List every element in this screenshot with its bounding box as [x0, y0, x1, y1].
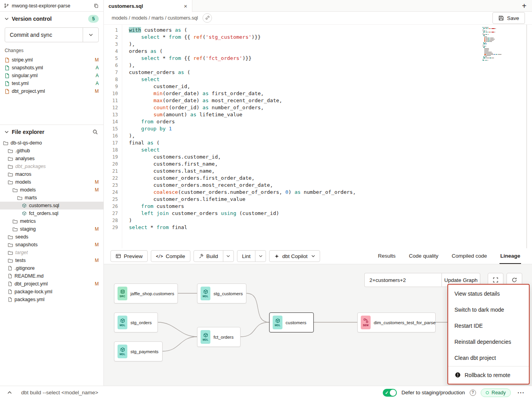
file-tree-item[interactable]: tests M	[0, 256, 103, 264]
minimap[interactable]	[483, 27, 505, 61]
context-menu-item[interactable]: View status details	[448, 285, 529, 302]
file-tree-item[interactable]: analyses	[0, 155, 103, 162]
file-tree-item[interactable]: dbt_project.yml M	[0, 280, 103, 288]
results-panel-tab[interactable]: Code quality	[408, 248, 439, 264]
node-type-label: SEM	[363, 324, 369, 327]
new-tab-button[interactable]: +	[522, 2, 527, 10]
file-tree-item[interactable]: dbt_packages	[0, 162, 103, 170]
file-tree-item[interactable]: marts	[0, 194, 103, 202]
file-tree-label: analyses	[15, 156, 99, 161]
file-explorer-header[interactable]: File explorer	[0, 125, 103, 139]
context-menu-item[interactable]: Clean dbt project	[448, 350, 529, 366]
file-tree-item[interactable]: db-sl-qs-demo	[0, 139, 103, 147]
source-icon	[120, 289, 125, 294]
file-tree-item[interactable]: metrics	[0, 217, 103, 225]
editor-scrollbar[interactable]	[527, 25, 527, 248]
node-type-label: SRC	[119, 295, 125, 298]
context-menu-item[interactable]: Switch to dark mode	[448, 302, 529, 318]
file-tree-item[interactable]: snapshots M	[0, 241, 103, 249]
file-tree-item[interactable]: macros	[0, 170, 103, 178]
changed-file-row[interactable]: test.yml A	[0, 79, 103, 87]
toolbar-button[interactable]: Lint	[237, 251, 255, 262]
node-type-label: MDL	[203, 338, 208, 341]
file-tree-item[interactable]: package-lock.yml	[0, 288, 103, 296]
file-tree-label: marts	[25, 195, 99, 200]
more-options-button[interactable]: ⋯	[516, 389, 527, 396]
commit-button-label: Commit and sync	[5, 28, 83, 42]
code-editor[interactable]: 1234567891011121314151617181920212223242…	[104, 25, 532, 248]
version-control-header[interactable]: Version control 5	[0, 12, 103, 26]
context-menu-item[interactable]: Restart IDE	[448, 318, 529, 334]
editor-tab-bar: customers.sql × +	[104, 0, 532, 12]
lineage-node[interactable]: MDL stg_customers	[197, 283, 246, 303]
toolbar-button[interactable]: </> Compile	[151, 251, 190, 262]
node-name: fct_orders	[214, 335, 233, 339]
editor-tab[interactable]: customers.sql ×	[104, 0, 192, 12]
lineage-node[interactable]: SRC jaffle_shop.customers	[114, 283, 178, 303]
file-tree-item[interactable]: staging M	[0, 225, 103, 233]
git-status-badge: M	[95, 179, 99, 185]
expand-command-bar-button[interactable]	[5, 389, 13, 397]
folder-icon	[8, 258, 13, 263]
file-tree-item[interactable]: models M	[0, 186, 103, 194]
help-icon[interactable]: ?	[470, 390, 476, 396]
commit-and-sync-button[interactable]: Commit and sync	[5, 27, 99, 42]
node-type-tile: MDL	[201, 330, 210, 344]
toolbar-button[interactable]: Build	[194, 251, 223, 262]
toolbar-button-dropdown[interactable]	[255, 251, 266, 262]
copy-branch-button[interactable]	[93, 2, 100, 9]
changes-label: Changes	[0, 46, 103, 56]
file-tree-item[interactable]: seeds	[0, 233, 103, 241]
folder-icon	[13, 188, 18, 192]
file-tree-item[interactable]: fct_orders.sql	[0, 209, 103, 217]
changed-file-row[interactable]: singular.yml A	[0, 72, 103, 79]
node-type-label: MDL	[203, 295, 208, 298]
file-tree-item[interactable]: customers.sql	[0, 202, 103, 209]
model-icon	[120, 318, 125, 323]
changed-file-row[interactable]: stripe.yml M	[0, 56, 103, 64]
section-title: Version control	[12, 16, 52, 22]
changed-file-row[interactable]: snapshots.yml A	[0, 64, 103, 72]
breadcrumb: models / models / marts / customers.sql	[112, 15, 198, 21]
chevron-down-icon	[226, 255, 230, 257]
results-panel-tab[interactable]: Compiled code	[451, 248, 488, 264]
file-tree-label: fct_orders.sql	[29, 211, 99, 216]
context-menu-item[interactable]: Rollback to remote	[448, 367, 529, 383]
toolbar-button-dropdown[interactable]	[223, 251, 233, 262]
lineage-node[interactable]: MDL stg_orders	[114, 312, 158, 332]
lineage-node[interactable]: MDL fct_orders	[197, 327, 241, 347]
file-tree-item[interactable]: packages.yml	[0, 296, 103, 303]
defer-toggle[interactable]: ✓	[383, 389, 397, 397]
search-files-button[interactable]	[92, 128, 99, 135]
file-tree-item[interactable]: .github	[0, 147, 103, 155]
command-input[interactable]: dbt build --select <model_name>	[21, 390, 98, 395]
file-tree-item[interactable]: README.md	[0, 272, 103, 280]
node-type-tile: MDL	[118, 345, 127, 358]
file-link-button[interactable]	[203, 13, 212, 23]
close-tab-icon[interactable]: ×	[184, 3, 187, 9]
file-icon	[8, 289, 12, 294]
toolbar-button[interactable]: Preview	[111, 251, 147, 262]
file-tree-item[interactable]: models M	[0, 178, 103, 186]
file-tree-item[interactable]: target	[0, 249, 103, 256]
breadcrumb-row: models / models / marts / customers.sql …	[104, 12, 532, 25]
file-tree-item[interactable]: .gitignore	[0, 264, 103, 272]
results-panel-tab[interactable]: Results	[377, 248, 396, 264]
lineage-search-input[interactable]	[364, 273, 442, 287]
lineage-node[interactable]: MDL customers	[269, 312, 314, 332]
file-icon	[5, 89, 9, 94]
sidebar: mwong-test-explorer-parse Version contro…	[0, 0, 104, 386]
toolbar-button[interactable]: dbt Copilot	[270, 251, 320, 262]
git-status-badge: A	[96, 81, 99, 86]
lineage-node[interactable]: MDL stg_payments	[114, 341, 163, 361]
context-menu-item[interactable]: Reinstall dependencies	[448, 334, 529, 350]
alert-icon	[454, 372, 461, 378]
folder-icon	[13, 227, 18, 231]
changed-file-row[interactable]: dbt_project.yml M	[0, 87, 103, 95]
results-panel-tab[interactable]: Lineage	[499, 248, 521, 264]
commit-options-dropdown[interactable]	[83, 28, 98, 42]
save-button[interactable]: Save	[492, 12, 525, 24]
lineage-node[interactable]: SEM dim_customers_test_for_parse	[357, 312, 436, 332]
chevron-up-icon	[7, 391, 12, 394]
menu-divider	[448, 366, 529, 367]
